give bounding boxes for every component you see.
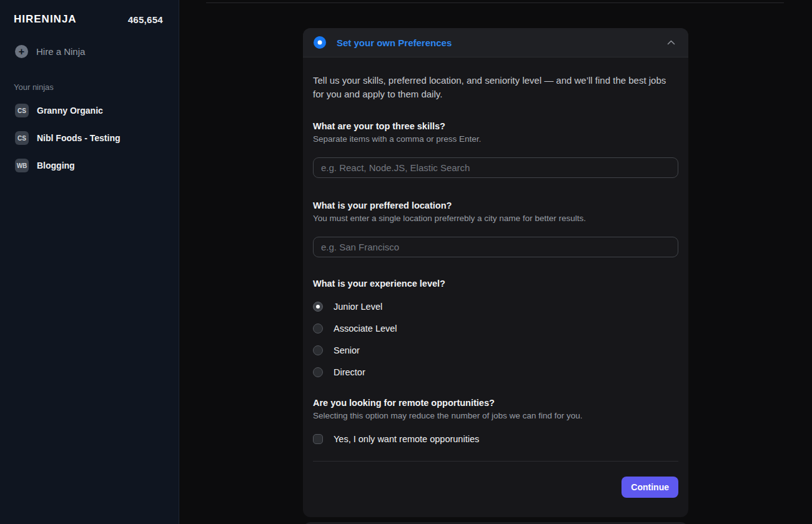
option-label: Junior Level (334, 302, 382, 312)
experience-label: What is your experience level? (313, 279, 678, 289)
plus-icon: + (15, 45, 28, 58)
hire-a-ninja-label: Hire a Ninja (36, 46, 85, 57)
experience-radio-2[interactable] (313, 345, 323, 355)
location-helper: You must enter a single location preferr… (313, 214, 678, 224)
remote-checkbox-label: Yes, I only want remote opporunities (334, 434, 479, 444)
top-divider (206, 2, 784, 3)
ninja-name: Granny Organic (37, 106, 103, 116)
card-footer: Continue (313, 462, 678, 509)
location-label: What is your preffered location? (313, 200, 678, 211)
experience-radio-0[interactable] (313, 302, 323, 312)
location-input[interactable] (313, 237, 678, 257)
experience-option-director[interactable]: Director (313, 361, 678, 383)
remote-checkbox-row[interactable]: Yes, I only want remote opporunities (313, 434, 678, 444)
preferences-card: Set your own Preferences Tell us your sk… (303, 28, 688, 517)
ninja-name: Nibl Foods - Testing (37, 133, 121, 143)
sidebar-header: HIRENINJA 465,654 (0, 0, 179, 26)
selected-option-radio-icon[interactable] (314, 36, 326, 49)
experience-field-group: What is your experience level? Junior Le… (313, 279, 678, 383)
remote-field-group: Are you looking for remote opportunities… (313, 398, 678, 444)
ninja-name: Blogging (37, 161, 75, 171)
skills-label: What are your top three skills? (313, 121, 678, 132)
sidebar: HIRENINJA 465,654 + Hire a Ninja Your ni… (0, 0, 179, 524)
sidebar-item-nibl-foods[interactable]: CS Nibl Foods - Testing (0, 131, 179, 145)
your-ninjas-label: Your ninjas (14, 82, 179, 92)
ninja-badge: WB (15, 159, 29, 172)
experience-option-senior[interactable]: Senior (313, 339, 678, 361)
hireninja-logo[interactable]: HIRENINJA (14, 13, 77, 26)
option-label: Director (334, 367, 365, 377)
continue-button[interactable]: Continue (621, 477, 678, 498)
main-content: Set your own Preferences Tell us your sk… (179, 0, 812, 524)
experience-option-associate[interactable]: Associate Level (313, 317, 678, 339)
preferences-card-body: Tell us your skills, preferred location,… (303, 57, 688, 517)
ninja-badge: CS (15, 104, 29, 117)
hire-a-ninja-button[interactable]: + Hire a Ninja (15, 45, 179, 58)
chevron-up-icon[interactable] (665, 37, 678, 47)
skills-input[interactable] (313, 157, 678, 178)
option-label: Senior (334, 345, 360, 355)
ninja-list: CS Granny Organic CS Nibl Foods - Testin… (0, 104, 179, 172)
remote-helper: Selecting this option may reduce the num… (313, 411, 678, 421)
preferences-card-header[interactable]: Set your own Preferences (303, 28, 688, 57)
sidebar-item-granny-organic[interactable]: CS Granny Organic (0, 104, 179, 117)
experience-radio-1[interactable] (313, 324, 323, 334)
preferences-description: Tell us your skills, preferred location,… (313, 74, 675, 101)
jobs-counter: 465,654 (128, 14, 163, 25)
skills-field-group: What are your top three skills? Separate… (313, 121, 678, 178)
experience-radio-3[interactable] (313, 367, 323, 377)
remote-label: Are you looking for remote opportunities… (313, 398, 678, 408)
skills-helper: Separate items with a comma or press Ent… (313, 134, 678, 144)
option-label: Associate Level (334, 324, 397, 334)
ninja-badge: CS (15, 131, 29, 145)
location-field-group: What is your preffered location? You mus… (313, 200, 678, 257)
remote-checkbox[interactable] (313, 434, 323, 444)
experience-option-junior[interactable]: Junior Level (313, 295, 678, 317)
experience-options: Junior Level Associate Level Senior (313, 295, 678, 383)
preferences-card-title: Set your own Preferences (337, 37, 665, 48)
sidebar-item-blogging[interactable]: WB Blogging (0, 159, 179, 172)
